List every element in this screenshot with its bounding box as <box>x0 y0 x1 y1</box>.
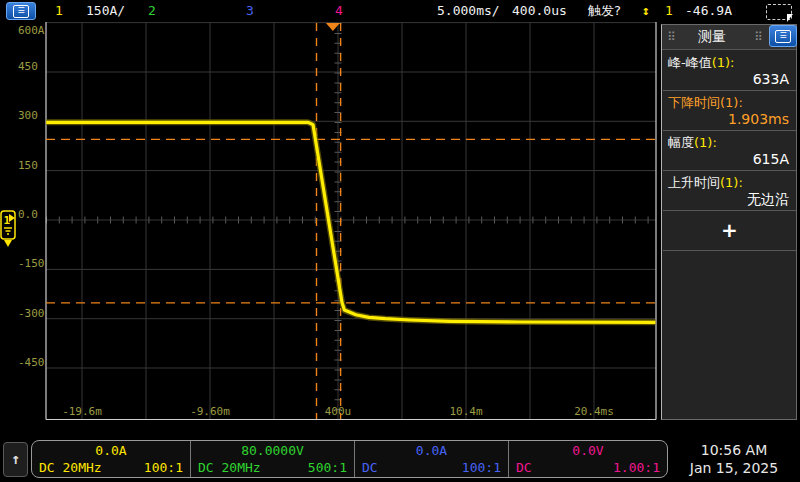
expand-bottom-bar-button[interactable]: ↑ <box>3 442 28 477</box>
time-display: 10:56 AM <box>668 441 800 459</box>
measurement-value: 633A <box>753 71 789 87</box>
measurement-value: 无边沿 <box>747 191 789 209</box>
channel-probe-ratio: 100:1 <box>144 460 183 475</box>
svg-text:300: 300 <box>18 109 38 122</box>
ch1-waveform-trace <box>46 122 655 322</box>
tab-channel-3[interactable]: 3 <box>246 0 254 22</box>
channel-offset-value: 0.0A <box>355 443 508 458</box>
channel-3-status[interactable]: 0.0A DC 100:1 <box>355 441 509 477</box>
svg-text:20.4ms: 20.4ms <box>574 405 614 418</box>
channel-coupling: DC 20MHz <box>198 460 261 475</box>
center-axis-ticks <box>46 23 656 419</box>
measurement-menu-button[interactable]: ☰ <box>769 25 797 47</box>
svg-text:-9.60m: -9.60m <box>190 405 230 418</box>
top-status-bar: ☰ 1 150A/ 2 3 4 5.000ms/ 400.0us 触发? ↕ 1… <box>0 0 800 22</box>
channel-4-status[interactable]: 0.0V DC 1.00:1 <box>509 441 667 477</box>
trigger-status: 触发? <box>588 0 621 22</box>
tab-channel-2[interactable]: 2 <box>148 0 156 22</box>
measurement-item-amplitude[interactable]: 幅度(1): 615A <box>663 131 796 171</box>
svg-text:-300: -300 <box>18 307 45 320</box>
measurement-panel: ⠿ 测量 ⠿ 峰-峰值(1): 633A 下降时间(1): 1.903ms 幅度… <box>661 24 797 420</box>
tab-channel-1[interactable]: 1 <box>55 0 63 22</box>
axis-frame <box>46 22 656 420</box>
trigger-slope-icon[interactable]: ↕ <box>642 0 650 22</box>
main-menu-button[interactable]: ☰ <box>6 2 36 20</box>
up-arrow-icon: ↑ <box>11 450 20 468</box>
channel-coupling: DC <box>362 460 378 475</box>
svg-text:-450: -450 <box>18 356 45 369</box>
list-menu-icon: ☰ <box>775 30 791 43</box>
measurement-label: 下降时间(1): <box>668 94 743 112</box>
cursor-arrow-icon <box>787 14 793 22</box>
channel-probe-ratio: 1.00:1 <box>613 460 660 475</box>
channel-offset-value: 80.0000V <box>191 443 354 458</box>
svg-text:-19.6m: -19.6m <box>62 405 102 418</box>
clock: 10:56 AM Jan 15, 2025 <box>668 441 800 477</box>
measurement-item-rise-time[interactable]: 上升时间(1): 无边沿 <box>663 171 796 211</box>
svg-text:10.4m: 10.4m <box>449 405 482 418</box>
svg-text:150: 150 <box>18 159 38 172</box>
tab-channel-4[interactable]: 4 <box>335 0 343 22</box>
selection-box-icon[interactable] <box>766 4 792 20</box>
measurement-item-peak-to-peak[interactable]: 峰-峰值(1): 633A <box>663 51 796 91</box>
channel-status-bar: 0.0A DC 20MHz 100:1 80.0000V DC 20MHz 50… <box>31 440 668 478</box>
trigger-level-readout[interactable]: -46.9A <box>685 0 732 22</box>
channel-coupling: DC <box>516 460 532 475</box>
measurement-label: 上升时间(1): <box>668 174 743 192</box>
date-display: Jan 15, 2025 <box>668 459 800 477</box>
measurement-value: 1.903ms <box>728 111 789 127</box>
hamburger-menu-icon: ☰ <box>13 5 29 18</box>
measurement-label: 峰-峰值(1): <box>668 54 735 72</box>
channel-probe-ratio: 500:1 <box>308 460 347 475</box>
oscilloscope-screen: ☰ 1 150A/ 2 3 4 5.000ms/ 400.0us 触发? ↕ 1… <box>0 0 800 482</box>
svg-text:400u: 400u <box>325 405 352 418</box>
measurement-value: 615A <box>753 151 789 167</box>
measurement-panel-title: 测量 <box>662 28 762 46</box>
graticule-gridlines <box>46 23 656 420</box>
svg-text:600A: 600A <box>18 24 45 37</box>
right-arrow-icon <box>9 214 15 222</box>
y-axis-labels: 600A 450 300 150 0.0 -150 -300 -450 <box>18 24 45 369</box>
add-measurement-button[interactable]: + <box>663 211 796 251</box>
channel-2-status[interactable]: 80.0000V DC 20MHz 500:1 <box>191 441 355 477</box>
measurement-label: 幅度(1): <box>668 134 717 152</box>
measurement-item-fall-time[interactable]: 下降时间(1): 1.903ms <box>663 91 796 131</box>
svg-text:-150: -150 <box>18 257 45 270</box>
x-axis-labels: -19.6m -9.60m 400u 10.4m 20.4ms <box>62 405 614 418</box>
channel-offset-value: 0.0V <box>509 443 667 458</box>
channel-coupling: DC 20MHz <box>39 460 102 475</box>
down-arrow-icon <box>4 240 12 247</box>
channel-1-status[interactable]: 0.0A DC 20MHz 100:1 <box>32 441 191 477</box>
channel-offset-value: 0.0A <box>32 443 190 458</box>
trigger-source[interactable]: 1 <box>665 0 673 22</box>
ch1-ground-marker[interactable]: 1 <box>1 211 15 247</box>
channel-probe-ratio: 100:1 <box>462 460 501 475</box>
svg-text:450: 450 <box>18 60 38 73</box>
drag-handle-icon[interactable]: ⠿ <box>754 29 763 45</box>
svg-text:0.0: 0.0 <box>18 208 38 221</box>
measurement-cursors[interactable] <box>46 23 656 419</box>
timebase-readout[interactable]: 5.000ms/ <box>437 0 500 22</box>
channel-1-scale[interactable]: 150A/ <box>86 0 125 22</box>
plot-area[interactable]: 600A 450 300 150 0.0 -150 -300 -450 -19.… <box>0 22 658 423</box>
delay-readout[interactable]: 400.0us <box>512 0 567 22</box>
